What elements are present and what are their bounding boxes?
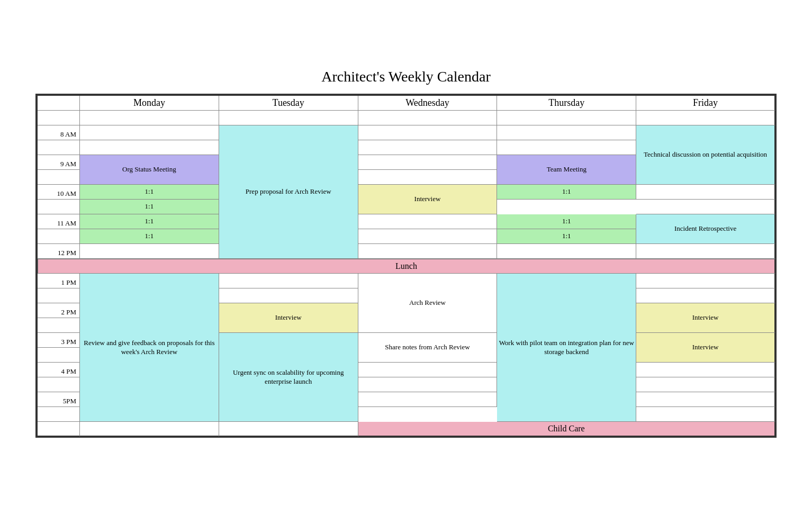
- slot-mon-3: [80, 125, 219, 140]
- work-pilot-event[interactable]: Work with pilot team on integration plan…: [497, 274, 636, 422]
- slot-wed-9: [358, 214, 498, 229]
- slot-wed-4: [358, 140, 498, 155]
- day-header-monday: Monday: [80, 96, 219, 111]
- one-on-one-thu-1[interactable]: 1:1: [497, 185, 636, 200]
- slot-mon-2: [80, 111, 219, 125]
- day-header-tuesday: Tuesday: [219, 96, 358, 111]
- time-label-130: [38, 288, 80, 303]
- slot-fri-13: [636, 274, 775, 288]
- one-on-one-thu-3[interactable]: 1:1: [497, 229, 636, 244]
- time-label-end: [38, 422, 80, 437]
- slot-wed-10: [358, 229, 498, 244]
- slot-fri-20: [636, 377, 775, 392]
- slot-thu-4: [497, 140, 636, 155]
- urgent-sync-event[interactable]: Urgent sync on scalability for upcoming …: [219, 333, 358, 422]
- slot-tue-2: [219, 111, 358, 125]
- time-label-12pm: 12 PM: [38, 244, 80, 259]
- one-on-one-mon-3[interactable]: 1:1: [80, 214, 219, 229]
- time-label-11am: 11 AM: [38, 214, 80, 229]
- calendar: Monday Tuesday Wednesday Thursday Friday…: [35, 94, 777, 438]
- slot-thu-11: [497, 244, 636, 259]
- time-label-1130: [38, 229, 80, 244]
- one-on-one-mon-1[interactable]: 1:1: [80, 185, 219, 200]
- arch-review-event[interactable]: Arch Review: [358, 274, 498, 333]
- interview-tue-pm-event[interactable]: Interview: [219, 303, 358, 333]
- slot-tue-13: [219, 274, 358, 288]
- slot-tue-14: [219, 288, 358, 303]
- time-label-8am: 8 AM: [38, 125, 80, 140]
- slot-fri-21: [636, 392, 775, 407]
- slot-mon-11: [80, 244, 219, 259]
- slot-fri-2: [636, 111, 775, 125]
- one-on-one-mon-4[interactable]: 1:1: [80, 229, 219, 244]
- share-notes-event[interactable]: Share notes from Arch Review: [358, 333, 498, 363]
- time-label-3pm: 3 PM: [38, 333, 80, 348]
- time-label-530: [38, 407, 80, 422]
- slot-thu-2: [497, 111, 636, 125]
- slot-wed-6: [358, 170, 498, 185]
- slot-fri-11: [636, 244, 775, 259]
- slot-wed-2: [358, 111, 498, 125]
- slot-mon-23: [80, 422, 219, 437]
- time-label-5pm: 5PM: [38, 392, 80, 407]
- day-header-thursday: Thursday: [497, 96, 636, 111]
- slot-wed-11: [358, 244, 498, 259]
- technical-discussion-event[interactable]: Technical discussion on potential acquis…: [636, 125, 775, 185]
- calendar-wrapper: Architect's Weekly Calendar Monday Tuesd…: [35, 68, 777, 438]
- time-label-1030: [38, 200, 80, 214]
- slot-fri-8: [636, 200, 775, 214]
- calendar-grid: Monday Tuesday Wednesday Thursday Friday…: [37, 95, 775, 437]
- one-on-one-mon-2[interactable]: 1:1: [80, 200, 219, 214]
- org-status-meeting-event[interactable]: Org Status Meeting: [80, 155, 219, 185]
- time-label-430: [38, 377, 80, 392]
- team-meeting-event[interactable]: Team Meeting: [497, 155, 636, 185]
- interview-fri-pm1-event[interactable]: Interview: [636, 303, 775, 333]
- slot-wed-3: [358, 125, 498, 140]
- interview-wed-am-event[interactable]: Interview: [358, 185, 498, 214]
- slot-thu-3: [497, 125, 636, 140]
- child-care-event[interactable]: Child Care: [358, 422, 775, 437]
- slot-mon-4: [80, 140, 219, 155]
- day-header-wednesday: Wednesday: [358, 96, 498, 111]
- time-label-10am: 10 AM: [38, 185, 80, 200]
- time-label-730: [38, 111, 80, 125]
- slot-fri-22: [636, 407, 775, 422]
- interview-fri-pm2-event[interactable]: Interview: [636, 333, 775, 363]
- review-feedback-event[interactable]: Review and give feedback on proposals fo…: [80, 274, 219, 422]
- slot-fri-14: [636, 288, 775, 303]
- slot-wed-19: [358, 363, 498, 377]
- one-on-one-thu-2[interactable]: 1:1: [497, 214, 636, 229]
- time-label-1pm: 1 PM: [38, 274, 80, 288]
- lunch-event[interactable]: Lunch: [38, 259, 775, 274]
- slot-wed-21: [358, 392, 498, 407]
- page-title: Architect's Weekly Calendar: [35, 68, 777, 85]
- time-label-830: [38, 140, 80, 155]
- time-label-2pm: 2 PM: [38, 303, 80, 318]
- slot-fri-7: [636, 185, 775, 200]
- day-header-friday: Friday: [636, 96, 775, 111]
- time-header-cell: [38, 96, 80, 111]
- time-label-930: [38, 170, 80, 185]
- prep-proposal-event[interactable]: Prep proposal for Arch Review: [219, 125, 358, 259]
- time-label-230: [38, 318, 80, 333]
- incident-retrospective-event[interactable]: Incident Retrospective: [636, 214, 775, 244]
- time-label-330: [38, 348, 80, 363]
- slot-fri-19: [636, 363, 775, 377]
- slot-tue-23: [219, 422, 358, 437]
- slot-wed-20: [358, 377, 498, 392]
- time-label-4pm: 4 PM: [38, 363, 80, 377]
- slot-wed-5: [358, 155, 498, 170]
- time-label-9am: 9 AM: [38, 155, 80, 170]
